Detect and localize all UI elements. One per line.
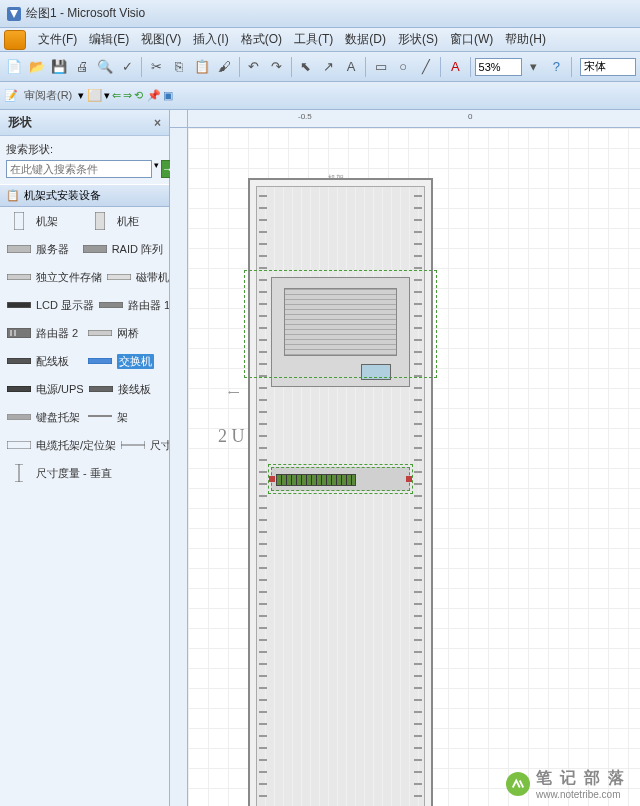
- redo-button[interactable]: ↷: [266, 56, 287, 78]
- svg-rect-5: [7, 274, 31, 280]
- open-button[interactable]: 📂: [27, 56, 48, 78]
- svg-rect-2: [95, 212, 105, 230]
- shape-raid[interactable]: RAID 阵列: [82, 241, 163, 257]
- shape-bridge[interactable]: 网桥: [87, 325, 164, 341]
- vertical-ruler[interactable]: [170, 128, 188, 806]
- horizontal-ruler[interactable]: -0.5 0: [188, 110, 640, 128]
- rack-icon: [6, 213, 32, 229]
- shape-wiringboard[interactable]: 接线板: [88, 381, 163, 397]
- font-combo[interactable]: 宋体: [580, 58, 636, 76]
- separator: [365, 57, 366, 77]
- drawing-canvas[interactable]: 机架 2 U ⟵: [188, 128, 640, 806]
- shape-keyboardtray[interactable]: 键盘托架: [6, 409, 83, 425]
- cabletray-icon: [6, 437, 32, 453]
- separator: [470, 57, 471, 77]
- switch-ports: [276, 474, 356, 486]
- menu-view[interactable]: 视图(V): [135, 29, 187, 50]
- menu-tools[interactable]: 工具(T): [288, 29, 339, 50]
- menubar: 文件(F) 编辑(E) 视图(V) 插入(I) 格式(O) 工具(T) 数据(D…: [0, 28, 640, 52]
- rack-interior: [256, 186, 425, 806]
- shape-server[interactable]: 服务器: [6, 241, 78, 257]
- spell-button[interactable]: ✓: [117, 56, 138, 78]
- separator: [291, 57, 292, 77]
- help-button[interactable]: ?: [546, 56, 567, 78]
- menu-insert[interactable]: 插入(I): [187, 29, 234, 50]
- print-preview-button[interactable]: 🔍: [94, 56, 115, 78]
- server-shape[interactable]: [271, 277, 410, 387]
- format-painter-button[interactable]: 🖌: [214, 56, 235, 78]
- svg-rect-4: [83, 245, 107, 253]
- shapes-search-input[interactable]: [6, 160, 152, 178]
- undo-button[interactable]: ↶: [244, 56, 265, 78]
- titlebar: 绘图1 - Microsoft Visio: [0, 0, 640, 28]
- shape-ups[interactable]: 电源/UPS: [6, 381, 84, 397]
- menu-window[interactable]: 窗口(W): [444, 29, 499, 50]
- separator: [239, 57, 240, 77]
- shapes-panel: 形状 × 搜索形状: ▾ → 📋 机架式安装设备 机架 机柜 服务器 RAID …: [0, 110, 170, 806]
- shape-storage[interactable]: 独立文件存储: [6, 269, 102, 285]
- separator: [141, 57, 142, 77]
- font-color-button[interactable]: A: [445, 56, 466, 78]
- shape-switch[interactable]: 交换机: [87, 353, 164, 369]
- window-title: 绘图1 - Microsoft Visio: [26, 5, 145, 22]
- pane-button[interactable]: ▣: [163, 89, 173, 102]
- shapes-panel-close-button[interactable]: ×: [154, 116, 161, 130]
- reviewer-dropdown-button[interactable]: ▾: [78, 89, 84, 102]
- resize-handle-left[interactable]: [269, 476, 275, 482]
- shape-router1[interactable]: 路由器 1: [98, 297, 169, 313]
- shape-rack[interactable]: 机架: [6, 213, 83, 229]
- menu-edit[interactable]: 编辑(E): [83, 29, 135, 50]
- shapes-category-bar[interactable]: 📋 机架式安装设备: [0, 184, 169, 207]
- shape-tape[interactable]: 磁带机: [106, 269, 169, 285]
- ruler-tick: 0: [468, 112, 472, 121]
- new-doc-button[interactable]: 📄: [4, 56, 25, 78]
- shape-cabletray[interactable]: 电缆托架/定位架: [6, 437, 116, 453]
- menu-shape[interactable]: 形状(S): [392, 29, 444, 50]
- shape-lcd[interactable]: LCD 显示器: [6, 297, 94, 313]
- accept-button[interactable]: ⟲: [134, 89, 143, 102]
- text-tool-button[interactable]: A: [341, 56, 362, 78]
- comment-dropdown-button[interactable]: ▾: [104, 89, 110, 102]
- svg-rect-8: [99, 302, 123, 308]
- shape-shelf[interactable]: 架: [87, 409, 164, 425]
- print-button[interactable]: 🖨: [72, 56, 93, 78]
- comment-button[interactable]: ⬜: [88, 89, 102, 102]
- track-button[interactable]: 📌: [147, 89, 161, 102]
- shape-cabinet[interactable]: 机柜: [87, 213, 164, 229]
- save-button[interactable]: 💾: [49, 56, 70, 78]
- pointer-tool-button[interactable]: ⬉: [296, 56, 317, 78]
- svg-rect-19: [7, 441, 31, 449]
- shape-dim-v[interactable]: 尺寸度量 - 垂直: [6, 465, 163, 481]
- office-button[interactable]: [4, 30, 26, 50]
- canvas-area: -0.5 0 机架: [170, 110, 640, 806]
- resize-handle-right[interactable]: [406, 476, 412, 482]
- category-label: 机架式安装设备: [24, 188, 101, 203]
- shape-router2[interactable]: 路由器 2: [6, 325, 83, 341]
- dim-h-icon: [120, 437, 146, 453]
- switch-shape[interactable]: [271, 467, 410, 491]
- next-button[interactable]: ⇒: [123, 89, 132, 102]
- search-dropdown-button[interactable]: ▾: [154, 160, 159, 178]
- svg-rect-7: [7, 302, 31, 308]
- main-area: 形状 × 搜索形状: ▾ → 📋 机架式安装设备 机架 机柜 服务器 RAID …: [0, 110, 640, 806]
- ellipse-button[interactable]: ○: [393, 56, 414, 78]
- rack-shape[interactable]: [248, 178, 433, 806]
- menu-help[interactable]: 帮助(H): [499, 29, 552, 50]
- ruler-corner: [170, 110, 188, 128]
- review-button[interactable]: 📝: [4, 89, 18, 102]
- shape-patchpanel[interactable]: 配线板: [6, 353, 83, 369]
- menu-data[interactable]: 数据(D): [339, 29, 392, 50]
- copy-button[interactable]: ⎘: [169, 56, 190, 78]
- zoom-dropdown-button[interactable]: ▾: [524, 56, 545, 78]
- menu-format[interactable]: 格式(O): [235, 29, 288, 50]
- zoom-combo[interactable]: 53%: [475, 58, 522, 76]
- shape-dim-h[interactable]: 尺寸度量 - 水平: [120, 437, 169, 453]
- cut-button[interactable]: ✂: [146, 56, 167, 78]
- prev-button[interactable]: ⇐: [112, 89, 121, 102]
- svg-rect-15: [7, 386, 31, 392]
- paste-button[interactable]: 📋: [192, 56, 213, 78]
- line-button[interactable]: ╱: [416, 56, 437, 78]
- connector-tool-button[interactable]: ↗: [318, 56, 339, 78]
- rect-button[interactable]: ▭: [370, 56, 391, 78]
- menu-file[interactable]: 文件(F): [32, 29, 83, 50]
